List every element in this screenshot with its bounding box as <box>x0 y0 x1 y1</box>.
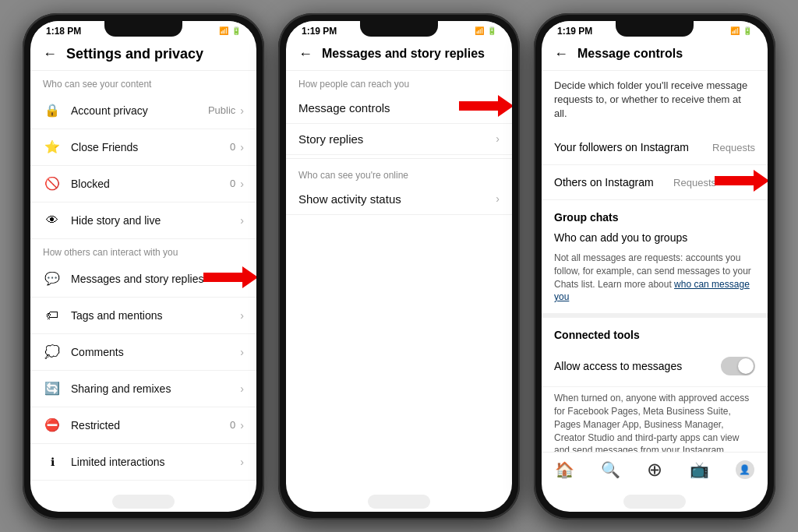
page-title-1: Settings and privacy <box>66 46 203 62</box>
restricted-label: Restricted <box>71 419 230 432</box>
back-button-1[interactable]: ← <box>43 46 57 62</box>
notch-1 <box>104 21 182 37</box>
chevron-icon: › <box>240 141 244 153</box>
menu-item-story-replies[interactable]: Story replies › <box>286 124 512 155</box>
screen-content-1: ← Settings and privacy Who can see your … <box>30 38 256 512</box>
content-3: Decide which folder you'll receive messa… <box>542 71 768 452</box>
message-icon: 💬 <box>43 270 62 288</box>
account-privacy-label: Account privacy <box>71 104 208 117</box>
notch-3 <box>616 21 694 37</box>
tags-label: Tags and mentions <box>71 309 240 322</box>
connected-tools-desc: When turned on, anyone with approved acc… <box>542 387 768 451</box>
time-1: 1:18 PM <box>46 26 81 37</box>
menu-item-account-privacy[interactable]: 🔒 Account privacy Public › <box>30 93 256 129</box>
chevron-icon: › <box>240 419 244 432</box>
phones-container: 1:18 PM 📶 🔋 ← Settings and privacy Who c… <box>0 0 798 532</box>
menu-item-close-friends[interactable]: ⭐ Close Friends 0 › <box>30 129 256 166</box>
blocked-label: Blocked <box>71 178 230 190</box>
allow-access-row[interactable]: Allow access to messages <box>542 346 768 387</box>
home-bar-3 <box>623 495 686 509</box>
chevron-icon: › <box>240 273 244 285</box>
menu-item-blocked[interactable]: 🚫 Blocked 0 › <box>30 166 256 203</box>
blocked-icon: 🚫 <box>43 174 62 193</box>
section-label-online: Who can see you're online <box>286 162 512 184</box>
battery-icon-2: 🔋 <box>487 26 496 35</box>
share-icon: 🔄 <box>43 379 62 398</box>
menu-item-sharing[interactable]: 🔄 Sharing and remixes › <box>30 371 256 407</box>
menu-item-message-controls[interactable]: Message controls › <box>286 93 512 124</box>
followers-value: Requests <box>712 142 755 153</box>
setting-row-followers[interactable]: Your followers on Instagram Requests <box>542 130 768 165</box>
header-1: ← Settings and privacy <box>30 38 256 71</box>
wifi-icon: 📶 <box>219 26 228 35</box>
battery-icon-3: 🔋 <box>743 26 752 35</box>
status-icons-2: 📶 🔋 <box>475 26 496 35</box>
menu-item-hidden-words[interactable]: Aa Hidden Words › <box>30 481 256 490</box>
group-chats-desc: Not all messages are requests: accounts … <box>542 247 768 313</box>
chevron-icon: › <box>240 104 244 117</box>
message-controls-desc: Decide which folder you'll receive messa… <box>542 71 768 131</box>
home-bar-2 <box>368 495 430 509</box>
home-nav[interactable]: 🏠 <box>555 460 574 479</box>
back-button-2[interactable]: ← <box>298 46 312 62</box>
add-nav[interactable]: ⊕ <box>647 459 662 481</box>
battery-icon: 🔋 <box>231 26 241 35</box>
close-friends-label: Close Friends <box>71 141 230 153</box>
search-nav[interactable]: 🔍 <box>601 460 620 479</box>
screen-3: 1:19 PM 📶 🔋 ← Message controls Decide wh… <box>542 21 768 512</box>
home-bar-1 <box>112 495 175 509</box>
phone-3: 1:19 PM 📶 🔋 ← Message controls Decide wh… <box>534 13 775 520</box>
chevron-icon: › <box>240 309 244 322</box>
allow-access-toggle[interactable] <box>721 357 755 375</box>
svg-marker-2 <box>715 170 768 192</box>
story-replies-label: Story replies <box>298 132 496 146</box>
info-icon: ℹ <box>43 453 62 471</box>
blocked-value: 0 <box>230 178 235 189</box>
messages-label: Messages and story replies <box>71 273 240 285</box>
menu-item-tags[interactable]: 🏷 Tags and mentions › <box>30 298 256 334</box>
group-chats-title: Group chats <box>542 200 768 228</box>
chevron-icon: › <box>240 456 244 468</box>
hide-icon: 👁 <box>43 211 62 230</box>
time-2: 1:19 PM <box>302 26 337 37</box>
restricted-value: 0 <box>230 419 235 431</box>
status-icons-1: 📶 🔋 <box>219 26 241 35</box>
red-arrow-svg-3 <box>715 170 768 192</box>
hide-story-label: Hide story and live <box>71 214 240 227</box>
tag-icon: 🏷 <box>43 306 62 325</box>
screen-2: 1:19 PM 📶 🔋 ← Messages and story replies… <box>286 21 512 512</box>
setting-row-others[interactable]: Others on Instagram Requests <box>542 165 768 200</box>
screen-1: 1:18 PM 📶 🔋 ← Settings and privacy Who c… <box>30 21 256 512</box>
connected-tools-title: Connected tools <box>542 318 768 346</box>
menu-item-hide-story[interactable]: 👁 Hide story and live › <box>30 203 256 239</box>
status-icons-3: 📶 🔋 <box>730 26 752 35</box>
menu-item-comments[interactable]: 💭 Comments › <box>30 334 256 371</box>
home-indicator-2 <box>286 490 512 512</box>
chevron-icon: › <box>496 132 500 145</box>
back-button-3[interactable]: ← <box>554 46 568 62</box>
chevron-icon: › <box>240 214 244 227</box>
close-friends-value: 0 <box>230 141 235 153</box>
divider-1 <box>286 158 512 159</box>
star-icon: ⭐ <box>43 138 62 157</box>
menu-item-limited[interactable]: ℹ Limited interactions › <box>30 444 256 481</box>
allow-access-label: Allow access to messages <box>554 360 721 372</box>
others-value: Requests <box>673 177 716 188</box>
reels-nav[interactable]: 📺 <box>690 460 709 479</box>
page-title-3: Message controls <box>577 47 683 61</box>
bottom-nav-3: 🏠 🔍 ⊕ 📺 👤 <box>542 452 768 490</box>
sharing-label: Sharing and remixes <box>71 382 240 395</box>
profile-nav[interactable]: 👤 <box>736 460 754 479</box>
menu-item-restricted[interactable]: ⛔ Restricted 0 › <box>30 407 256 444</box>
others-label: Others on Instagram <box>554 176 673 188</box>
section-label-who-see: Who can see your content <box>30 71 256 93</box>
chevron-icon: › <box>496 101 500 114</box>
menu-item-activity-status[interactable]: Show activity status › <box>286 184 512 215</box>
connected-desc-text: When turned on, anyone with approved acc… <box>554 393 749 451</box>
red-arrow-3 <box>715 170 768 195</box>
menu-item-messages[interactable]: 💬 Messages and story replies › <box>30 261 256 298</box>
wifi-icon-3: 📶 <box>730 26 740 35</box>
home-indicator-3 <box>542 490 768 512</box>
time-3: 1:19 PM <box>557 26 592 37</box>
lock-icon: 🔒 <box>43 101 62 120</box>
